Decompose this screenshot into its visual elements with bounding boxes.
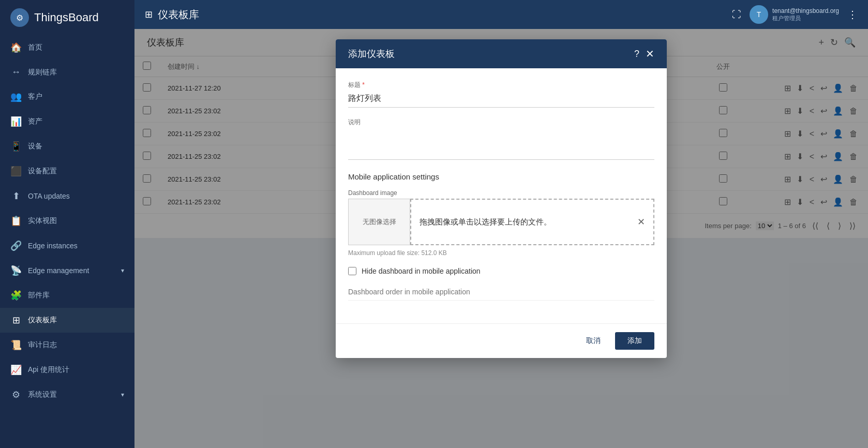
mobile-section-title: Mobile application settings (348, 172, 654, 181)
sidebar-item-label: 资产 (28, 117, 124, 126)
dashboard-icon: ⊞ (10, 315, 22, 326)
sidebar-item-label: 仪表板库 (28, 316, 124, 325)
sidebar-item-label: 审计日志 (28, 340, 124, 350)
avatar-initials: T (757, 10, 761, 19)
ota-icon: ⬆ (10, 190, 22, 202)
user-email: tenant@thingsboard.org (772, 7, 839, 14)
drop-clear-button[interactable]: ✕ (637, 216, 645, 228)
dialog-close-button[interactable]: ✕ (646, 48, 654, 60)
home-icon: 🏠 (10, 42, 22, 53)
image-drop-zone[interactable]: 拖拽图像或单击以选择要上传的文件。 ✕ (410, 199, 654, 245)
chevron-down-icon: ▾ (121, 391, 124, 398)
modal-overlay: 添加仪表板 ? ✕ 标题 * (134, 29, 868, 448)
sidebar-item-label: 设备 (28, 142, 124, 151)
image-upload-row: 无图像选择 拖拽图像或单击以选择要上传的文件。 ✕ (348, 199, 654, 245)
sidebar-item-devices[interactable]: 📱 设备 (0, 134, 134, 159)
sidebar-item-rules[interactable]: ↔ 规则链库 (0, 60, 134, 84)
assets-icon: 📊 (10, 116, 22, 127)
sidebar-item-device-config[interactable]: ⬛ 设备配置 (0, 159, 134, 184)
sidebar-item-home[interactable]: 🏠 首页 (0, 35, 134, 60)
desc-field-group: 说明 (348, 118, 654, 162)
sidebar-item-system-settings[interactable]: ⚙ 系统设置 ▾ (0, 382, 134, 407)
sidebar-item-label: 首页 (28, 43, 124, 52)
sidebar-logo: ⚙ ThingsBoard (0, 0, 134, 35)
sidebar-item-ota[interactable]: ⬆ OTA updates (0, 184, 134, 208)
desc-label: 说明 (348, 118, 654, 127)
hide-dashboard-label: Hide dashboard in mobile application (362, 267, 481, 275)
sidebar-item-label: 实体视图 (28, 216, 124, 226)
sidebar-item-edge-instances[interactable]: 🔗 Edge instances (0, 233, 134, 258)
sidebar-item-entity-view[interactable]: 📋 实体视图 (0, 208, 134, 233)
api-stats-icon: 📈 (10, 364, 22, 376)
cancel-button[interactable]: 取消 (578, 332, 609, 350)
topbar-title: 仪表板库 (158, 8, 732, 22)
content-area: 仪表板库 + ↻ 🔍 创建时间 ↓ 公开 (134, 29, 868, 448)
sidebar-item-edge-management[interactable]: 📡 Edge management ▾ (0, 258, 134, 283)
title-input[interactable] (348, 92, 654, 108)
sidebar-item-audit[interactable]: 📜 审计日志 (0, 333, 134, 357)
main-content: ⊞ 仪表板库 ⛶ T tenant@thingsboard.org 租户管理员 … (134, 0, 868, 448)
sidebar-item-assets[interactable]: 📊 资产 (0, 109, 134, 134)
upload-hint: Maximum upload file size: 512.0 KB (348, 249, 654, 257)
image-preview-text: 无图像选择 (363, 217, 396, 227)
hide-dashboard-row: Hide dashboard in mobile application (348, 267, 654, 275)
logo-text: ThingsBoard (34, 11, 99, 24)
add-dashboard-dialog: 添加仪表板 ? ✕ 标题 * (336, 39, 667, 358)
devices-icon: 📱 (10, 141, 22, 152)
sidebar-item-widgets[interactable]: 🧩 部件库 (0, 283, 134, 308)
order-input[interactable] (348, 286, 654, 301)
topbar-right: ⛶ T tenant@thingsboard.org 租户管理员 ⋮ (732, 5, 858, 24)
sidebar: ⚙ ThingsBoard 🏠 首页 ↔ 规则链库 👥 客户 📊 资产 📱 设备… (0, 0, 134, 448)
image-preview: 无图像选择 (348, 199, 410, 245)
device-config-icon: ⬛ (10, 166, 22, 177)
image-field-group: Dashboard image 无图像选择 拖拽图像或单击以选择要上传的文件。 … (348, 189, 654, 257)
drop-text: 拖拽图像或单击以选择要上传的文件。 (420, 217, 551, 227)
image-label: Dashboard image (348, 189, 654, 197)
logo-icon: ⚙ (10, 8, 29, 27)
desc-textarea[interactable] (348, 129, 654, 160)
sidebar-item-label: 规则链库 (28, 68, 124, 77)
edge-instances-icon: 🔗 (10, 240, 22, 251)
required-marker: * (362, 81, 365, 88)
dialog-footer: 取消 添加 (336, 323, 667, 358)
sidebar-item-dashboard[interactable]: ⊞ 仪表板库 (0, 308, 134, 333)
dialog-header-actions: ? ✕ (634, 48, 654, 60)
sidebar-item-customers[interactable]: 👥 客户 (0, 84, 134, 109)
title-field-group: 标题 * (348, 81, 654, 108)
fullscreen-button[interactable]: ⛶ (732, 9, 741, 20)
sidebar-item-api-stats[interactable]: 📈 Api 使用统计 (0, 357, 134, 382)
order-field-group (348, 286, 654, 301)
more-options-button[interactable]: ⋮ (847, 8, 858, 21)
widgets-icon: 🧩 (10, 290, 22, 301)
rules-icon: ↔ (10, 67, 22, 78)
sidebar-item-label: Api 使用统计 (28, 365, 124, 375)
sidebar-item-label: Edge management (28, 266, 115, 275)
topbar: ⊞ 仪表板库 ⛶ T tenant@thingsboard.org 租户管理员 … (134, 0, 868, 29)
title-label: 标题 * (348, 81, 654, 89)
add-button[interactable]: 添加 (615, 332, 654, 350)
sidebar-item-label: OTA updates (28, 192, 124, 200)
user-role: 租户管理员 (772, 14, 839, 22)
avatar: T (750, 5, 768, 24)
dialog-help-button[interactable]: ? (634, 49, 639, 59)
chevron-down-icon: ▾ (121, 267, 124, 274)
customers-icon: 👥 (10, 91, 22, 102)
sidebar-item-label: 设备配置 (28, 167, 124, 176)
dialog-title: 添加仪表板 (348, 48, 395, 60)
entity-view-icon: 📋 (10, 215, 22, 227)
dialog-body: 标题 * 说明 Mobile application settings (336, 68, 667, 323)
edge-management-icon: 📡 (10, 265, 22, 276)
hide-dashboard-checkbox[interactable] (348, 267, 356, 275)
audit-icon: 📜 (10, 339, 22, 351)
sidebar-item-label: 部件库 (28, 291, 124, 300)
user-menu[interactable]: T tenant@thingsboard.org 租户管理员 (750, 5, 839, 24)
topbar-grid-icon: ⊞ (145, 9, 153, 20)
sidebar-nav: 🏠 首页 ↔ 规则链库 👥 客户 📊 资产 📱 设备 ⬛ 设备配置 ⬆ OTA … (0, 35, 134, 448)
sidebar-item-label: 系统设置 (28, 390, 115, 399)
dialog-header: 添加仪表板 ? ✕ (336, 39, 667, 68)
sidebar-item-label: 客户 (28, 92, 124, 101)
system-settings-icon: ⚙ (10, 389, 22, 400)
sidebar-item-label: Edge instances (28, 242, 124, 250)
user-info: tenant@thingsboard.org 租户管理员 (772, 7, 839, 22)
